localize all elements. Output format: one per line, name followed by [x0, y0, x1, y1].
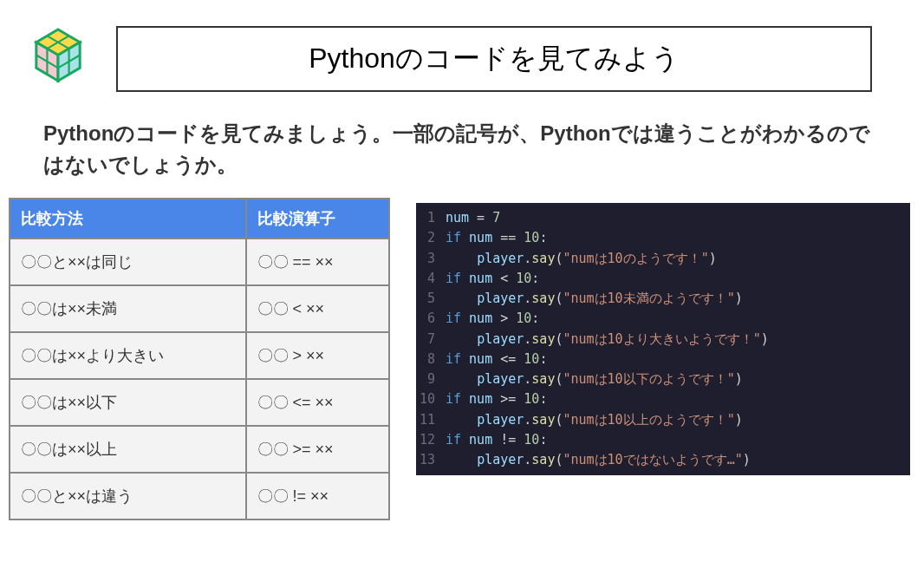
table-row: 〇〇と××は同じ 〇〇 == ××: [10, 238, 389, 285]
code-text: num = 7: [446, 208, 500, 228]
code-sample: 1num = 72if num == 10:3 player.say("numは…: [416, 203, 910, 475]
line-number: 8: [416, 350, 446, 369]
line-number: 2: [416, 228, 446, 248]
page-title: Pythonのコードを見てみよう: [116, 26, 872, 92]
code-line: 3 player.say("numは10のようです！"): [416, 249, 900, 269]
code-line: 10if num >= 10:: [416, 389, 900, 409]
code-text: if num != 10:: [446, 430, 547, 450]
code-text: player.say("numは10より大きいようです！"): [446, 330, 769, 350]
table-cell-method: 〇〇は××より大きい: [10, 332, 246, 379]
line-number: 6: [416, 309, 446, 329]
line-number: 7: [416, 330, 446, 350]
table-row: 〇〇は××以下 〇〇 <= ××: [10, 379, 389, 426]
table-row: 〇〇は××より大きい 〇〇 > ××: [10, 332, 389, 379]
code-line: 12if num != 10:: [416, 430, 900, 450]
code-line: 11 player.say("numは10以上のようです！"): [416, 410, 900, 430]
table-row: 〇〇は××以上 〇〇 >= ××: [10, 426, 389, 473]
table-cell-operator: 〇〇 <= ××: [246, 379, 389, 426]
code-line: 8if num <= 10:: [416, 350, 900, 369]
line-number: 5: [416, 289, 446, 309]
code-line: 9 player.say("numは10以下のようです！"): [416, 369, 900, 389]
code-text: if num < 10:: [446, 269, 539, 289]
code-text: if num == 10:: [446, 228, 547, 248]
table-cell-method: 〇〇は××以上: [10, 426, 246, 473]
table-cell-operator: 〇〇 != ××: [246, 473, 389, 519]
code-text: player.say("numは10未満のようです！"): [446, 289, 743, 309]
table-cell-method: 〇〇は××未満: [10, 285, 246, 332]
line-number: 1: [416, 208, 446, 228]
table-cell-method: 〇〇と××は同じ: [10, 238, 246, 285]
code-line: 1num = 7: [416, 208, 900, 228]
line-number: 10: [416, 389, 446, 409]
operator-table: 比較方法 比較演算子 〇〇と××は同じ 〇〇 == ×× 〇〇は××未満 〇〇 …: [9, 198, 390, 520]
table-row: 〇〇と××は違う 〇〇 != ××: [10, 473, 389, 519]
table-cell-operator: 〇〇 < ××: [246, 285, 389, 332]
table-header-method: 比較方法: [10, 199, 246, 238]
line-number: 3: [416, 249, 446, 269]
content-row: 比較方法 比較演算子 〇〇と××は同じ 〇〇 == ×× 〇〇は××未満 〇〇 …: [0, 198, 924, 520]
line-number: 9: [416, 369, 446, 389]
code-line: 7 player.say("numは10より大きいようです！"): [416, 330, 900, 350]
line-number: 11: [416, 410, 446, 430]
header: Pythonのコードを見てみよう: [0, 0, 924, 109]
table-cell-operator: 〇〇 >= ××: [246, 426, 389, 473]
code-line: 2if num == 10:: [416, 228, 900, 248]
line-number: 4: [416, 269, 446, 289]
code-line: 5 player.say("numは10未満のようです！"): [416, 289, 900, 309]
code-line: 13 player.say("numは10ではないようです…"): [416, 450, 900, 470]
line-number: 12: [416, 430, 446, 450]
table-cell-operator: 〇〇 == ××: [246, 238, 389, 285]
line-number: 13: [416, 450, 446, 470]
table-cell-method: 〇〇と××は違う: [10, 473, 246, 519]
code-line: 6if num > 10:: [416, 309, 900, 329]
code-text: if num >= 10:: [446, 389, 547, 409]
code-text: player.say("numは10以下のようです！"): [446, 369, 743, 389]
intro-text: Pythonのコードを見てみましょう。一部の記号が、Pythonでは違うことがわ…: [0, 109, 924, 198]
code-text: if num > 10:: [446, 309, 539, 329]
table-row: 〇〇は××未満 〇〇 < ××: [10, 285, 389, 332]
table-cell-method: 〇〇は××以下: [10, 379, 246, 426]
table-cell-operator: 〇〇 > ××: [246, 332, 389, 379]
code-text: if num <= 10:: [446, 350, 547, 369]
code-text: player.say("numは10のようです！"): [446, 249, 717, 269]
code-line: 4if num < 10:: [416, 269, 900, 289]
code-text: player.say("numは10ではないようです…"): [446, 450, 751, 470]
table-header-operator: 比較演算子: [246, 199, 389, 238]
cube-logo-icon: [26, 27, 90, 91]
code-text: player.say("numは10以上のようです！"): [446, 410, 743, 430]
